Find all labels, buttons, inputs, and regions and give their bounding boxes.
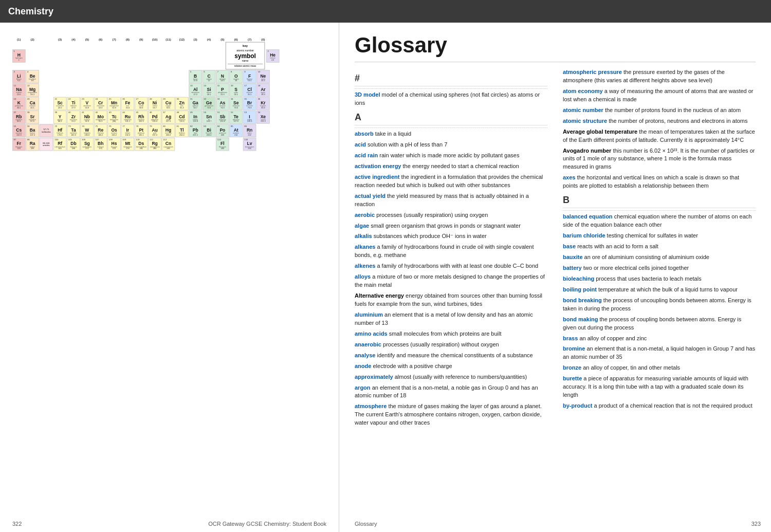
- section-B-right: B: [563, 193, 756, 208]
- element-Ta: 73Tatantalum180.9: [67, 124, 80, 138]
- entry-atmospheric-pressure: atmospheric pressure the pressure exerte…: [563, 68, 756, 85]
- glossary-divider: [355, 62, 756, 62]
- main-content: (1) (2) (3) (4) (5) (6) (7) (8) (9) (10)…: [0, 23, 771, 532]
- element-Hs: 108Hshassium270: [107, 138, 121, 151]
- right-page-footer-text: Glossary: [355, 521, 377, 527]
- element-Fr: 87Frfrancium223: [12, 138, 26, 151]
- element-actinides: 89-103actinides: [40, 138, 53, 151]
- glossary-columns: # 3D model model of a chemical using sph…: [355, 68, 756, 430]
- element-W: 74Wtungsten183.8: [81, 124, 94, 138]
- entry-alkalis: alkalis substances which produce OH⁻ ion…: [355, 232, 547, 241]
- entry-actual-yield: actual yield the yield measured by mass …: [355, 192, 547, 209]
- periodic-table-container: (1) (2) (3) (4) (5) (6) (7) (8) (9) (10)…: [12, 38, 279, 151]
- element-Cn: 112Cncopernicium285: [162, 138, 175, 151]
- element-Rg: 111Rgroentgenium280: [148, 138, 161, 151]
- element-Mg: 12Mgmagnesium24.3: [26, 84, 39, 97]
- element-Be: 4Beberyllium9.0: [26, 70, 39, 83]
- element-Ne: 10Neneon20.2: [256, 70, 270, 83]
- element-Lv: 116Lvlivermorium293: [243, 138, 256, 151]
- element-Hg: 80Hgmercury200.6: [162, 124, 175, 138]
- element-Rf: 104Rfrutherfordium265: [53, 138, 66, 151]
- entry-bromine: bromine an element that is a non-metal, …: [563, 345, 756, 361]
- element-Y: 39Yyttrium88.9: [53, 111, 66, 124]
- element-Sb: 51Sbantimony121.8: [216, 111, 229, 124]
- element-Br: 35Brbromine79.9: [243, 97, 256, 111]
- entry-argon: argon an element that is a non-metal, a …: [355, 384, 547, 400]
- entry-balanced-eq: balanced equation chemical equation wher…: [563, 213, 756, 229]
- element-P: 15Pphosphorus31.0: [216, 84, 229, 97]
- left-page-footer: 322 OCR Gateway GCSE Chemistry: Student …: [0, 521, 339, 527]
- element-Os: 76Ososmium190.2: [107, 124, 121, 138]
- element-S: 16Ssulfur32.1: [229, 84, 243, 97]
- element-Bi: 83Bibismuth209.0: [203, 124, 216, 138]
- glossary-title: Glossary: [355, 33, 756, 58]
- element-Al: 13Alaluminium27.0: [189, 84, 202, 97]
- entry-acid: acid solution with a pH of less than 7: [355, 141, 547, 149]
- element-Ar: 18Arargon39.9: [256, 84, 270, 97]
- entry-base: base reacts with an acid to form a salt: [563, 243, 756, 251]
- entry-acid-rain: acid rain rain water which is made more …: [355, 152, 547, 160]
- right-footer-label: Glossary: [355, 521, 377, 527]
- entry-avg-global-temp: Average global temperature the mean of t…: [563, 128, 756, 144]
- element-Ag: 47Agsilver107.9: [162, 111, 175, 124]
- element-Rb: 37Rbrubidium85.5: [12, 111, 26, 124]
- entry-by-product: by-product a product of a chemical react…: [563, 402, 756, 410]
- element-Se: 34Seselenium79.0: [229, 97, 243, 111]
- element-Cd: 48Cdcadmium112.4: [175, 111, 189, 124]
- element-Rn: 86Rnradon222: [243, 124, 256, 138]
- section-hash: #: [355, 71, 547, 86]
- element-Ru: 44Ruruthenium101.1: [121, 111, 135, 124]
- element-C: 6Ccarbon12: [203, 70, 216, 83]
- element-Ca: 20Cacalcium40.1: [26, 97, 39, 111]
- element-Sn: 50Sntin118.7: [203, 111, 216, 124]
- entry-amino-acids: amino acids small molecules from which p…: [355, 330, 547, 338]
- element-Li: 3Lilithium6.9: [12, 70, 26, 83]
- left-page: (1) (2) (3) (4) (5) (6) (7) (8) (9) (10)…: [0, 23, 339, 532]
- element-H: 1Hhydrogen1: [12, 49, 26, 63]
- element-Cs: 55Cscaesium132.9: [12, 124, 26, 138]
- entry-alkanes: alkanes a family of hydrocarbons found i…: [355, 243, 547, 260]
- glossary-left-column: # 3D model model of a chemical using sph…: [355, 68, 547, 430]
- left-page-number: 322: [12, 521, 22, 527]
- entry-boiling-point: boiling point temperature at which the b…: [563, 286, 756, 294]
- entry-atomic-number: atomic number the number of protons foun…: [563, 106, 756, 115]
- element-Pt: 78Ptplatinum195.1: [135, 124, 148, 138]
- element-lanthanides: 57-71lanthanides: [40, 124, 53, 138]
- element-Na: 11Nasodium23.0: [12, 84, 26, 97]
- element-K: 19Kpotassium39.1: [12, 97, 26, 111]
- header-bar: Chemistry: [0, 0, 771, 23]
- key-box: key atomic number symbol name relative a…: [226, 42, 265, 70]
- entry-atmosphere: atmosphere the mixture of gases making t…: [355, 402, 547, 427]
- element-Db: 105Dbdubnium268: [67, 138, 80, 151]
- element-He: 2Hehelium4.0: [266, 49, 280, 63]
- entry-algae: algae small green organism that grows in…: [355, 222, 547, 230]
- entry-brass: brass an alloy of copper and zinc: [563, 335, 756, 343]
- element-B: 5Bboron10.8: [189, 70, 202, 83]
- element-Ga: 31Gagallium69.7: [189, 97, 202, 111]
- entry-aerobic: aerobic processes (usually respiration) …: [355, 211, 547, 219]
- entry-active-ingredient: active ingredient the ingredient in a fo…: [355, 173, 547, 190]
- element-Rh: 45Rhrhodium102.9: [135, 111, 148, 124]
- right-page-number: 323: [751, 521, 761, 527]
- right-page: Glossary # 3D model model of a chemical …: [339, 23, 771, 532]
- element-Co: 27Cocobalt58.9: [135, 97, 148, 111]
- element-Bh: 107Bhbohrium272: [94, 138, 107, 151]
- element-Fe: 26Feiron55.8: [121, 97, 135, 111]
- header-title: Chemistry: [8, 6, 53, 17]
- entry-anaerobic: anaerobic processes (usually respiration…: [355, 341, 547, 349]
- section-A: A: [355, 111, 547, 125]
- element-Tl-row6: 81Tlthallium204.4: [175, 124, 189, 138]
- element-O: 8Ooxygen16: [229, 70, 243, 83]
- element-Zn: 30Znzinc65.4: [175, 97, 189, 111]
- element-Po: 84Popolonium209: [216, 124, 229, 138]
- element-Au: 79Augold197.0: [148, 124, 161, 138]
- entry-approximately: approximately almost (usually with refer…: [355, 373, 547, 381]
- element-Kr: 36Krkrypton83.8: [256, 97, 270, 111]
- element-Xe: 54Xexenon131.3: [256, 111, 270, 124]
- element-Pd: 46Pdpalladium106.4: [148, 111, 161, 124]
- entry-anode: anode electrode with a positive charge: [355, 362, 547, 371]
- element-In: 49Inindium114.8: [189, 111, 202, 124]
- element-Ds: 110Dsdarmstadtium281: [135, 138, 148, 151]
- element-Mn: 25Mnmanganese54.9: [107, 97, 121, 111]
- element-Hf: 72Hfhafnium178.5: [53, 124, 66, 138]
